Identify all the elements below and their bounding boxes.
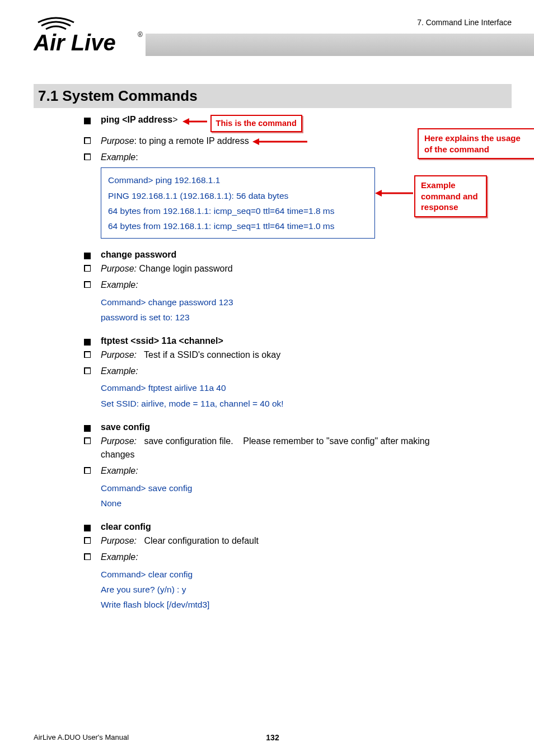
ping-purpose: Purpose: to ping a remote IP address [101,134,249,148]
bullet-icon [84,525,91,531]
svg-text:®: ® [138,31,143,39]
section-title: 7.1 System Commands [34,84,512,108]
footer: AirLive A.DUO User's Manual 132 [34,733,512,741]
purpose-text: Change login password [137,264,233,273]
purpose-label: Purpose: [101,264,137,273]
chapter-label: 7. Command Line Interface [417,18,512,27]
example-colon: : [135,152,138,162]
code-line: Command> clear config [101,567,512,582]
bullet-icon [84,367,91,374]
svg-marker-5 [252,138,259,145]
svg-text:Air Live: Air Live [34,30,116,55]
code-line: password is set to: 123 [101,310,512,325]
header-bar [146,34,534,56]
code-line: Command> change password 123 [101,295,512,310]
cmd-ping-post: > [172,115,177,124]
bullet-icon [84,281,91,288]
arrow-left-icon [182,117,208,126]
code-line: Command> ftptest airlive 11a 40 [101,380,512,395]
cmd-clearconfig-title: clear config [101,522,151,532]
ping-code-box: Command> ping 192.168.1.1 PING 192.168.1… [101,167,375,239]
cmd-ftptest-title: ftptest <ssid> 11a <channel> [101,336,223,346]
callout-usage-l2: of the command [424,144,533,155]
cmd-saveconfig-title: save config [101,422,150,432]
cmd-ping-title: ping <IP address> [101,115,178,125]
clearconfig-purpose: Purpose: Clear configuration to default [101,534,259,548]
cmd-ping-pre: ping <IP address [101,115,172,124]
svg-marker-7 [375,190,382,197]
code-line: None [101,496,512,511]
purpose-text: Test if a SSID's connection is okay [137,350,280,360]
ping-example-label: Example: [101,151,138,165]
purpose-label: Purpose [101,136,134,146]
code-line: 64 bytes from 192.168.1.1: icmp_seq=1 tt… [108,218,368,234]
bullet-icon [84,467,91,474]
bullet-icon [84,253,91,259]
callout-example-l1: Example [421,180,480,191]
callout-usage: Here explains the usage of the command [418,128,534,159]
ftptest-purpose: Purpose: Test if a SSID's connection is … [101,348,280,362]
bullet-icon [84,339,91,346]
bullet-icon [84,553,91,560]
code-line: Set SSID: airlive, mode = 11a, channel =… [101,396,512,411]
svg-marker-3 [182,118,189,125]
bullet-icon [84,137,91,144]
example-label: Example: [101,464,138,478]
bullet-icon [84,118,91,124]
example-label: Example [101,152,135,162]
saveconfig-purpose: Purpose: save configuration file. Please… [101,435,459,463]
code-line: Write flash block [/dev/mtd3] [101,597,512,612]
purpose-text: : to ping a remote IP address [134,136,249,146]
example-label: Example: [101,278,138,292]
callout-usage-l1: Here explains the usage [424,133,533,144]
code-line: PING 192.168.1.1 (192.168.1.1): 56 data … [108,188,368,203]
callout-example-l2: command and [421,191,480,202]
bullet-icon [84,425,91,432]
bullet-icon [84,153,91,160]
example-label: Example: [101,550,138,564]
changepw-purpose: Purpose: Change login password [101,262,233,276]
bullet-icon [84,351,91,358]
purpose-label: Purpose: [101,536,137,545]
purpose-text: save configuration file. Please remember… [101,436,432,460]
callout-example: Example command and response [414,175,487,217]
purpose-label: Purpose: [101,436,137,446]
arrow-left-icon [252,138,308,146]
bullet-icon [84,537,91,544]
purpose-text: Clear configuration to default [137,536,259,545]
bullet-icon [84,437,91,444]
arrow-left-icon [375,189,414,198]
page-number: 132 [266,733,279,742]
cmd-changepw-title: change password [101,250,176,260]
code-line: Are you sure? (y/n) : y [101,582,512,597]
footer-manual: AirLive A.DUO User's Manual [34,733,129,741]
callout-example-l3: response [421,202,480,213]
callout-this-is-command: This is the command [210,115,302,132]
code-line: Command> save config [101,480,512,496]
code-line: 64 bytes from 192.168.1.1: icmp_seq=0 tt… [108,203,368,218]
code-line: Command> ping 192.168.1.1 [108,172,368,188]
bullet-icon [84,265,91,272]
logo: Air Live ® [34,10,146,55]
example-label: Example: [101,365,138,379]
purpose-label: Purpose: [101,350,137,360]
